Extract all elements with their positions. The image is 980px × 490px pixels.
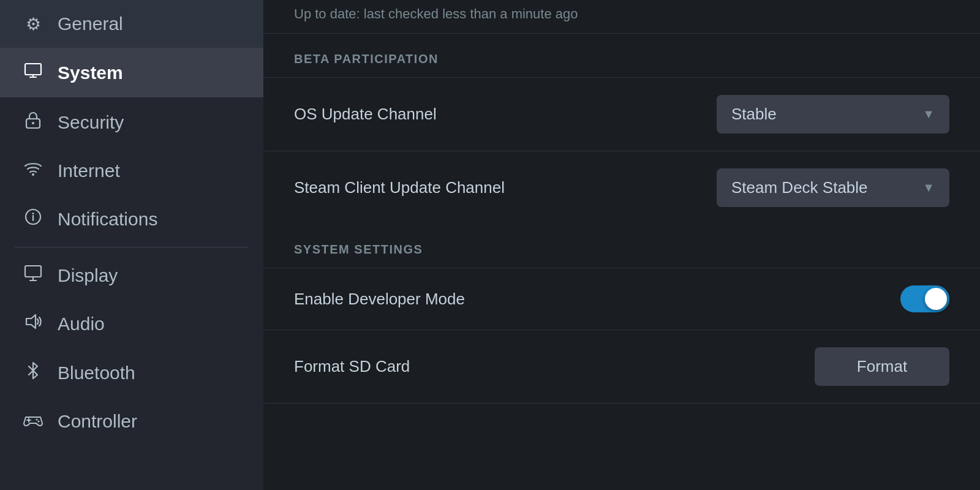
sidebar-item-label: Security bbox=[58, 112, 124, 133]
sidebar-divider bbox=[15, 247, 249, 247]
format-sd-card-row: Format SD Card Format bbox=[263, 330, 980, 404]
steam-client-update-channel-value: Steam Deck Stable bbox=[731, 178, 868, 197]
sidebar-item-audio[interactable]: Audio bbox=[0, 300, 263, 348]
sidebar-item-controller[interactable]: Controller bbox=[0, 398, 263, 445]
format-sd-card-label: Format SD Card bbox=[294, 357, 410, 376]
sidebar-item-label: Bluetooth bbox=[58, 363, 135, 383]
lock-icon bbox=[22, 111, 44, 134]
sidebar: ⚙ General System Security bbox=[0, 0, 263, 490]
svg-point-4 bbox=[32, 122, 34, 124]
sidebar-item-label: Audio bbox=[58, 314, 105, 334]
sidebar-item-internet[interactable]: Internet bbox=[0, 147, 263, 195]
chevron-down-icon: ▼ bbox=[922, 107, 935, 121]
system-icon bbox=[22, 61, 44, 84]
toggle-thumb bbox=[925, 288, 947, 310]
controller-icon bbox=[22, 412, 44, 431]
sidebar-item-label: System bbox=[58, 62, 123, 83]
os-update-channel-label: OS Update Channel bbox=[294, 105, 437, 124]
developer-mode-toggle[interactable] bbox=[900, 285, 949, 312]
svg-point-15 bbox=[36, 419, 38, 421]
sidebar-item-general[interactable]: ⚙ General bbox=[0, 0, 263, 48]
os-update-channel-row: OS Update Channel Stable ▼ bbox=[263, 77, 980, 151]
beta-participation-header: BETA PARTICIPATION bbox=[263, 34, 980, 77]
steam-client-update-channel-dropdown[interactable]: Steam Deck Stable ▼ bbox=[717, 168, 949, 207]
developer-mode-row: Enable Developer Mode bbox=[263, 268, 980, 330]
sidebar-item-label: Display bbox=[58, 265, 118, 286]
sidebar-item-notifications[interactable]: Notifications bbox=[0, 195, 263, 243]
sidebar-item-label: Controller bbox=[58, 411, 137, 432]
steam-client-update-channel-label: Steam Client Update Channel bbox=[294, 178, 505, 197]
format-sd-card-button[interactable]: Format bbox=[815, 347, 949, 386]
svg-rect-0 bbox=[25, 64, 41, 75]
top-status-text: Up to date: last checked less than a min… bbox=[263, 0, 980, 34]
sidebar-item-label: Notifications bbox=[58, 209, 157, 230]
os-update-channel-dropdown[interactable]: Stable ▼ bbox=[717, 95, 949, 134]
svg-marker-12 bbox=[26, 315, 36, 328]
sidebar-item-bluetooth[interactable]: Bluetooth bbox=[0, 348, 263, 398]
chevron-down-icon: ▼ bbox=[922, 181, 935, 195]
os-update-channel-value: Stable bbox=[731, 105, 777, 124]
system-settings-header: SYSTEM SETTINGS bbox=[263, 224, 980, 268]
sidebar-item-label: Internet bbox=[58, 160, 120, 181]
svg-point-16 bbox=[38, 421, 40, 423]
audio-icon bbox=[22, 313, 44, 334]
svg-point-5 bbox=[32, 173, 34, 176]
sidebar-item-display[interactable]: Display bbox=[0, 251, 263, 300]
main-content: Up to date: last checked less than a min… bbox=[263, 0, 980, 490]
sidebar-item-security[interactable]: Security bbox=[0, 97, 263, 147]
sidebar-item-system[interactable]: System bbox=[0, 48, 263, 97]
svg-point-8 bbox=[32, 213, 34, 214]
gear-icon: ⚙ bbox=[22, 14, 44, 34]
developer-mode-label: Enable Developer Mode bbox=[294, 290, 465, 309]
info-icon bbox=[22, 208, 44, 230]
wifi-icon bbox=[22, 161, 44, 181]
sidebar-item-label: General bbox=[58, 13, 123, 34]
display-icon bbox=[22, 265, 44, 286]
bluetooth-icon bbox=[22, 361, 44, 384]
svg-rect-9 bbox=[25, 266, 41, 277]
steam-client-update-channel-row: Steam Client Update Channel Steam Deck S… bbox=[263, 151, 980, 224]
